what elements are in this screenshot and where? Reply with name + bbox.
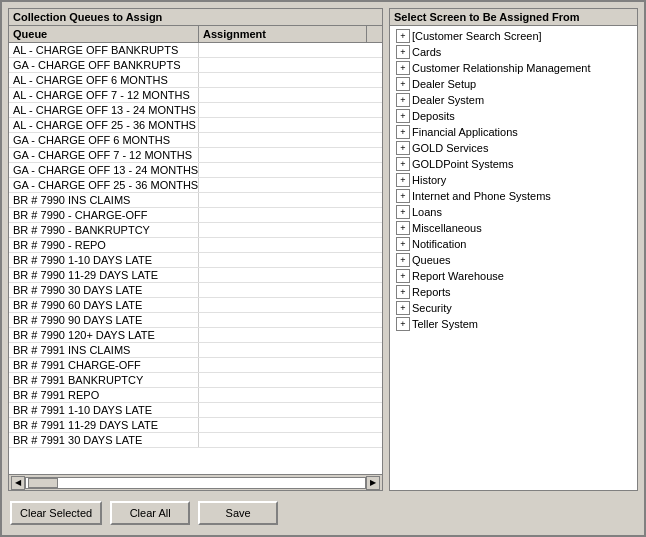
tree-item-label: Deposits bbox=[412, 110, 455, 122]
table-row[interactable]: BR # 7991 BANKRUPTCY bbox=[9, 373, 382, 388]
tree-item-label: Internet and Phone Systems bbox=[412, 190, 551, 202]
scroll-track[interactable] bbox=[25, 477, 366, 489]
tree-item-label: [Customer Search Screen] bbox=[412, 30, 542, 42]
tree-item[interactable]: +Notification bbox=[394, 236, 633, 252]
assignment-cell bbox=[199, 58, 382, 72]
table-row[interactable]: BR # 7990 - CHARGE-OFF bbox=[9, 208, 382, 223]
table-row[interactable]: BR # 7991 11-29 DAYS LATE bbox=[9, 418, 382, 433]
tree-item[interactable]: +Dealer Setup bbox=[394, 76, 633, 92]
scroll-left-arrow[interactable]: ◀ bbox=[11, 476, 25, 490]
tree-item[interactable]: +Deposits bbox=[394, 108, 633, 124]
tree-expander-icon[interactable]: + bbox=[396, 61, 410, 75]
queue-cell: AL - CHARGE OFF 25 - 36 MONTHS bbox=[9, 118, 199, 132]
table-row[interactable]: GA - CHARGE OFF 7 - 12 MONTHS bbox=[9, 148, 382, 163]
tree-expander-icon[interactable]: + bbox=[396, 93, 410, 107]
table-row[interactable]: GA - CHARGE OFF 25 - 36 MONTHS bbox=[9, 178, 382, 193]
horizontal-scrollbar[interactable]: ◀ ▶ bbox=[9, 474, 382, 490]
table-row[interactable]: GA - CHARGE OFF BANKRUPTS bbox=[9, 58, 382, 73]
tree-expander-icon[interactable]: + bbox=[396, 301, 410, 315]
tree-item[interactable]: +Teller System bbox=[394, 316, 633, 332]
tree-item[interactable]: +GOLDPoint Systems bbox=[394, 156, 633, 172]
assignment-cell bbox=[199, 253, 382, 267]
tree-item-label: Teller System bbox=[412, 318, 478, 330]
tree-item[interactable]: +Internet and Phone Systems bbox=[394, 188, 633, 204]
queue-cell: AL - CHARGE OFF 13 - 24 MONTHS bbox=[9, 103, 199, 117]
bottom-buttons: Clear Selected Clear All Save bbox=[8, 497, 638, 529]
tree-item[interactable]: +Loans bbox=[394, 204, 633, 220]
clear-all-button[interactable]: Clear All bbox=[110, 501, 190, 525]
tree-item[interactable]: +Reports bbox=[394, 284, 633, 300]
tree-item[interactable]: +GOLD Services bbox=[394, 140, 633, 156]
table-row[interactable]: BR # 7991 CHARGE-OFF bbox=[9, 358, 382, 373]
table-row[interactable]: GA - CHARGE OFF 6 MONTHS bbox=[9, 133, 382, 148]
tree-item[interactable]: +Security bbox=[394, 300, 633, 316]
tree-item-label: GOLDPoint Systems bbox=[412, 158, 513, 170]
assignment-cell bbox=[199, 373, 382, 387]
assignment-cell bbox=[199, 148, 382, 162]
tree-item[interactable]: +Financial Applications bbox=[394, 124, 633, 140]
tree-item[interactable]: +[Customer Search Screen] bbox=[394, 28, 633, 44]
table-row[interactable]: BR # 7990 60 DAYS LATE bbox=[9, 298, 382, 313]
tree-expander-icon[interactable]: + bbox=[396, 29, 410, 43]
tree-expander-icon[interactable]: + bbox=[396, 285, 410, 299]
table-row[interactable]: BR # 7991 INS CLAIMS bbox=[9, 343, 382, 358]
table-row[interactable]: AL - CHARGE OFF 25 - 36 MONTHS bbox=[9, 118, 382, 133]
table-row[interactable]: GA - CHARGE OFF 13 - 24 MONTHS bbox=[9, 163, 382, 178]
assignment-cell bbox=[199, 268, 382, 282]
tree-item-label: GOLD Services bbox=[412, 142, 488, 154]
tree-expander-icon[interactable]: + bbox=[396, 269, 410, 283]
table-row[interactable]: BR # 7990 30 DAYS LATE bbox=[9, 283, 382, 298]
tree-item[interactable]: +Dealer System bbox=[394, 92, 633, 108]
tree-expander-icon[interactable]: + bbox=[396, 221, 410, 235]
tree-expander-icon[interactable]: + bbox=[396, 141, 410, 155]
assignment-cell bbox=[199, 403, 382, 417]
table-row[interactable]: BR # 7990 INS CLAIMS bbox=[9, 193, 382, 208]
tree-expander-icon[interactable]: + bbox=[396, 173, 410, 187]
table-row[interactable]: BR # 7990 - BANKRUPTCY bbox=[9, 223, 382, 238]
tree-item-label: Queues bbox=[412, 254, 451, 266]
clear-selected-button[interactable]: Clear Selected bbox=[10, 501, 102, 525]
queue-cell: BR # 7990 30 DAYS LATE bbox=[9, 283, 199, 297]
queue-cell: BR # 7990 60 DAYS LATE bbox=[9, 298, 199, 312]
tree-item-label: Miscellaneous bbox=[412, 222, 482, 234]
tree-item[interactable]: +Report Warehouse bbox=[394, 268, 633, 284]
table-row[interactable]: AL - CHARGE OFF 13 - 24 MONTHS bbox=[9, 103, 382, 118]
tree-expander-icon[interactable]: + bbox=[396, 157, 410, 171]
tree-expander-icon[interactable]: + bbox=[396, 253, 410, 267]
queue-table-body[interactable]: AL - CHARGE OFF BANKRUPTSGA - CHARGE OFF… bbox=[9, 43, 382, 474]
table-row[interactable]: AL - CHARGE OFF 7 - 12 MONTHS bbox=[9, 88, 382, 103]
tree-item[interactable]: +History bbox=[394, 172, 633, 188]
table-row[interactable]: BR # 7990 120+ DAYS LATE bbox=[9, 328, 382, 343]
tree-expander-icon[interactable]: + bbox=[396, 317, 410, 331]
tree-expander-icon[interactable]: + bbox=[396, 205, 410, 219]
screen-tree[interactable]: +[Customer Search Screen]+Cards+Customer… bbox=[390, 26, 637, 490]
table-row[interactable]: BR # 7990 1-10 DAYS LATE bbox=[9, 253, 382, 268]
assignment-col-header: Assignment bbox=[199, 26, 366, 42]
tree-expander-icon[interactable]: + bbox=[396, 125, 410, 139]
tree-expander-icon[interactable]: + bbox=[396, 77, 410, 91]
assignment-cell bbox=[199, 88, 382, 102]
assignment-cell bbox=[199, 43, 382, 57]
table-row[interactable]: AL - CHARGE OFF BANKRUPTS bbox=[9, 43, 382, 58]
table-row[interactable]: BR # 7991 30 DAYS LATE bbox=[9, 433, 382, 448]
save-button[interactable]: Save bbox=[198, 501, 278, 525]
table-row[interactable]: BR # 7990 - REPO bbox=[9, 238, 382, 253]
scroll-thumb[interactable] bbox=[28, 478, 58, 488]
tree-expander-icon[interactable]: + bbox=[396, 45, 410, 59]
table-row[interactable]: BR # 7990 11-29 DAYS LATE bbox=[9, 268, 382, 283]
table-row[interactable]: BR # 7991 1-10 DAYS LATE bbox=[9, 403, 382, 418]
assignment-cell bbox=[199, 178, 382, 192]
tree-expander-icon[interactable]: + bbox=[396, 237, 410, 251]
queue-cell: GA - CHARGE OFF 25 - 36 MONTHS bbox=[9, 178, 199, 192]
tree-item[interactable]: +Cards bbox=[394, 44, 633, 60]
tree-expander-icon[interactable]: + bbox=[396, 189, 410, 203]
table-row[interactable]: BR # 7991 REPO bbox=[9, 388, 382, 403]
tree-expander-icon[interactable]: + bbox=[396, 109, 410, 123]
tree-item[interactable]: +Queues bbox=[394, 252, 633, 268]
scroll-right-arrow[interactable]: ▶ bbox=[366, 476, 380, 490]
table-row[interactable]: AL - CHARGE OFF 6 MONTHS bbox=[9, 73, 382, 88]
tree-item[interactable]: +Customer Relationship Management bbox=[394, 60, 633, 76]
assignment-cell bbox=[199, 343, 382, 357]
tree-item[interactable]: +Miscellaneous bbox=[394, 220, 633, 236]
table-row[interactable]: BR # 7990 90 DAYS LATE bbox=[9, 313, 382, 328]
